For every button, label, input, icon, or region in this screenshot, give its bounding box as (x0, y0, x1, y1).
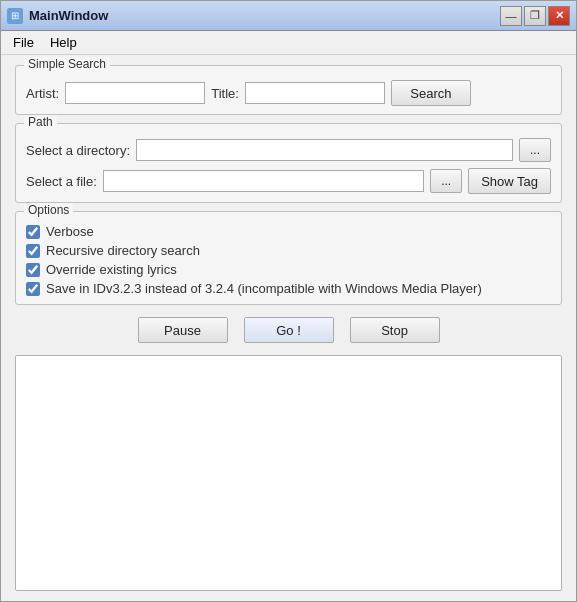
menu-file[interactable]: File (5, 33, 42, 52)
verbose-label[interactable]: Verbose (46, 224, 94, 239)
title-label: Title: (211, 86, 239, 101)
close-button[interactable]: ✕ (548, 6, 570, 26)
override-label[interactable]: Override existing lyrics (46, 262, 177, 277)
recursive-row: Recursive directory search (26, 243, 551, 258)
simple-search-group: Simple Search Artist: Title: Search (15, 65, 562, 115)
title-bar-buttons: — ❐ ✕ (500, 6, 570, 26)
stop-button[interactable]: Stop (350, 317, 440, 343)
content-area: Simple Search Artist: Title: Search Path… (1, 55, 576, 601)
override-checkbox[interactable] (26, 263, 40, 277)
path-group: Path Select a directory: ... Select a fi… (15, 123, 562, 203)
artist-label: Artist: (26, 86, 59, 101)
go-button[interactable]: Go ! (244, 317, 334, 343)
file-label: Select a file: (26, 174, 97, 189)
simple-search-title: Simple Search (24, 57, 110, 71)
main-window: ⊞ MainWindow — ❐ ✕ File Help Simple Sear… (0, 0, 577, 602)
file-row: Select a file: ... Show Tag (26, 168, 551, 194)
file-input[interactable] (103, 170, 424, 192)
artist-input[interactable] (65, 82, 205, 104)
search-row: Artist: Title: Search (26, 80, 551, 106)
recursive-checkbox[interactable] (26, 244, 40, 258)
show-tag-button[interactable]: Show Tag (468, 168, 551, 194)
restore-button[interactable]: ❐ (524, 6, 546, 26)
dir-label: Select a directory: (26, 143, 130, 158)
action-buttons: Pause Go ! Stop (15, 313, 562, 347)
window-title: MainWindow (29, 8, 108, 23)
dir-row: Select a directory: ... (26, 138, 551, 162)
options-group: Options Verbose Recursive directory sear… (15, 211, 562, 305)
minimize-button[interactable]: — (500, 6, 522, 26)
verbose-checkbox[interactable] (26, 225, 40, 239)
save-idv-row: Save in IDv3.2.3 instead of 3.2.4 (incom… (26, 281, 551, 296)
recursive-label[interactable]: Recursive directory search (46, 243, 200, 258)
title-bar: ⊞ MainWindow — ❐ ✕ (1, 1, 576, 31)
search-button[interactable]: Search (391, 80, 471, 106)
options-title: Options (24, 203, 73, 217)
dir-input[interactable] (136, 139, 513, 161)
log-area (15, 355, 562, 591)
title-bar-left: ⊞ MainWindow (7, 8, 108, 24)
verbose-row: Verbose (26, 224, 551, 239)
dir-browse-button[interactable]: ... (519, 138, 551, 162)
file-browse-button[interactable]: ... (430, 169, 462, 193)
path-title: Path (24, 115, 57, 129)
app-icon: ⊞ (7, 8, 23, 24)
menu-bar: File Help (1, 31, 576, 55)
menu-help[interactable]: Help (42, 33, 85, 52)
pause-button[interactable]: Pause (138, 317, 228, 343)
save-idv-checkbox[interactable] (26, 282, 40, 296)
title-input[interactable] (245, 82, 385, 104)
override-row: Override existing lyrics (26, 262, 551, 277)
save-idv-label[interactable]: Save in IDv3.2.3 instead of 3.2.4 (incom… (46, 281, 482, 296)
